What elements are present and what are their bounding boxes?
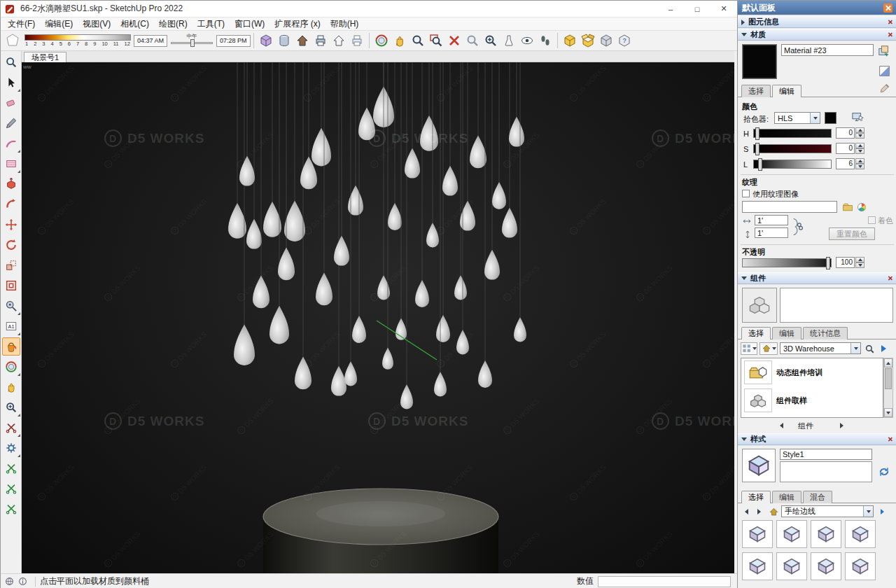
flyout-caret-icon[interactable] <box>18 312 20 315</box>
flyout-caret-icon[interactable] <box>18 89 20 92</box>
colorize-checkbox[interactable] <box>868 216 876 224</box>
styles-header[interactable]: 样式 <box>738 433 896 445</box>
list-item[interactable]: 动态组件培训 <box>741 358 883 386</box>
menu-item-tools[interactable]: 工具(T) <box>192 17 230 31</box>
style-thumbnail[interactable] <box>811 520 841 548</box>
forward-arrow-icon[interactable] <box>877 342 890 355</box>
plugin-tool-3[interactable] <box>2 500 20 518</box>
forward-arrow-icon[interactable] <box>836 420 847 431</box>
browse-texture-icon[interactable] <box>841 201 854 214</box>
position-camera-icon[interactable] <box>500 31 518 50</box>
styles-collection-dropdown[interactable]: 手绘边线 <box>781 505 874 517</box>
shadow-gradient-bar[interactable] <box>24 34 131 41</box>
use-texture-checkbox[interactable] <box>742 190 750 197</box>
maximize-button[interactable]: □ <box>684 1 710 17</box>
search-icon[interactable] <box>863 342 876 355</box>
menu-item-camera[interactable]: 相机(C) <box>115 17 154 31</box>
select-tool[interactable] <box>2 74 20 92</box>
tape-measure-tool[interactable] <box>2 297 20 315</box>
lock-aspect-icon[interactable] <box>791 215 805 239</box>
menu-item-edit[interactable]: 编辑(E) <box>40 17 78 31</box>
styles-select-tab[interactable]: 选择 <box>741 491 771 503</box>
styles-mix-tab[interactable]: 混合 <box>803 491 832 503</box>
zoom-icon[interactable] <box>409 31 427 50</box>
entity-info-close-icon[interactable] <box>888 20 892 24</box>
collapse-icon[interactable] <box>741 276 747 280</box>
collapse-icon[interactable] <box>741 33 747 36</box>
follow-me-tool[interactable] <box>2 195 20 214</box>
texture-height-input[interactable] <box>755 227 788 238</box>
eraser-tool[interactable] <box>2 94 20 112</box>
menu-item-window[interactable]: 窗口(W) <box>230 17 270 31</box>
text-tool[interactable]: A1 <box>2 317 20 335</box>
flyout-caret-icon[interactable] <box>18 170 20 173</box>
spin-up-icon[interactable] <box>855 257 864 262</box>
expand-icon[interactable] <box>741 20 745 25</box>
zoom-extents-icon[interactable] <box>482 31 500 50</box>
components-select-tab[interactable]: 选择 <box>741 327 771 340</box>
flyout-caret-icon[interactable] <box>18 150 20 153</box>
spin-up-icon[interactable] <box>855 158 864 164</box>
house-icon[interactable] <box>293 31 312 50</box>
shadow-date-strip[interactable]: 123456789101112 <box>24 34 131 47</box>
rotate-tool[interactable] <box>2 236 20 254</box>
section-plane-tool[interactable] <box>2 419 20 437</box>
instructor-icon[interactable]: ? <box>615 31 634 50</box>
pan-tool[interactable] <box>2 378 20 396</box>
paint-bucket-tool[interactable] <box>2 337 20 356</box>
refresh-icon[interactable] <box>876 464 892 479</box>
components-edit-tab[interactable]: 编辑 <box>772 327 802 340</box>
components-scrollbar[interactable] <box>883 358 893 418</box>
yellow-crate-icon[interactable] <box>579 31 597 50</box>
style-thumbnail[interactable] <box>845 552 876 580</box>
components-list[interactable]: 动态组件培训 组件取样 <box>741 358 883 418</box>
zoom-window-tool[interactable] <box>2 398 20 416</box>
style-thumbnail[interactable] <box>742 552 773 580</box>
materials-header[interactable]: 材质 <box>738 29 896 41</box>
time-slider-thumb[interactable] <box>190 39 195 47</box>
menu-item-extensions[interactable]: 扩展程序 (x) <box>270 17 325 31</box>
look-around-icon[interactable] <box>518 31 536 50</box>
hue-spinner[interactable]: 0 <box>836 127 864 139</box>
zoom-window-icon[interactable] <box>427 31 445 50</box>
back-arrow-icon[interactable] <box>741 506 752 517</box>
zoom-tool[interactable] <box>2 53 20 71</box>
pan-icon[interactable] <box>391 31 409 50</box>
texture-file-input[interactable] <box>742 201 837 213</box>
texture-width-input[interactable] <box>755 215 788 225</box>
style-name-input[interactable] <box>780 449 872 460</box>
spin-down-icon[interactable] <box>855 164 864 169</box>
menu-item-view[interactable]: 视图(V) <box>78 17 115 31</box>
chevron-down-icon[interactable] <box>810 113 820 123</box>
3d-viewport[interactable]: DD5 WORKSDD5 WORKSDD5 WORKSDD5 WORKSDD5 … <box>22 62 734 573</box>
style-thumbnail[interactable] <box>811 552 841 580</box>
tray-close-button[interactable] <box>883 4 892 13</box>
printer-icon[interactable] <box>312 31 330 50</box>
orbit-icon[interactable] <box>372 31 391 50</box>
hue-slider[interactable] <box>753 129 832 138</box>
list-item[interactable]: 组件取样 <box>741 386 883 414</box>
spin-down-icon[interactable] <box>855 133 864 139</box>
measurements-input[interactable] <box>598 576 731 587</box>
forward-arrow-icon[interactable] <box>753 506 764 517</box>
details-arrow-icon[interactable] <box>876 506 888 517</box>
menu-item-help[interactable]: 帮助(H) <box>326 17 364 31</box>
create-material-icon[interactable] <box>876 43 892 59</box>
materials-select-tab[interactable]: 选择 <box>741 85 771 97</box>
close-button[interactable]: ✕ <box>710 1 737 17</box>
flyout-caret-icon[interactable] <box>18 414 20 416</box>
spin-down-icon[interactable] <box>855 262 864 268</box>
reset-color-button[interactable]: 重置颜色 <box>829 227 875 240</box>
geolocation-icon[interactable] <box>4 576 15 587</box>
saturation-value[interactable]: 0 <box>836 143 855 154</box>
chevron-down-icon[interactable] <box>850 343 860 354</box>
scroll-up-icon[interactable] <box>884 358 892 368</box>
rectangle-tool[interactable] <box>2 155 20 173</box>
lightness-value[interactable]: 6 <box>836 158 855 169</box>
scene-tab[interactable]: 场景号1 <box>24 52 66 62</box>
menu-item-file[interactable]: 文件(F) <box>3 17 40 31</box>
view-options-icon[interactable] <box>741 342 757 355</box>
home-icon[interactable] <box>767 505 780 518</box>
spin-down-icon[interactable] <box>855 148 864 154</box>
opacity-value[interactable]: 100 <box>836 257 855 268</box>
